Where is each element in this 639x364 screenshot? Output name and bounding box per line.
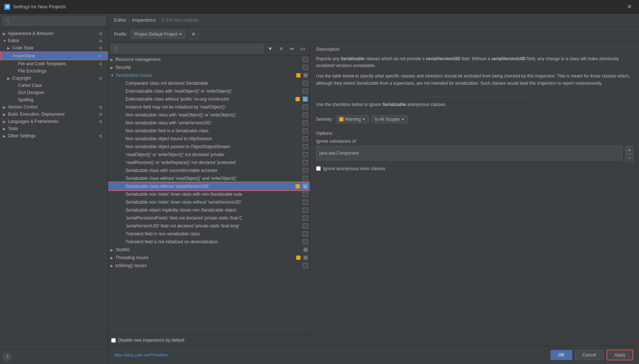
description-panel: Description Reports any Serializable cla… — [310, 42, 639, 346]
inspection-search-input[interactable] — [111, 44, 264, 53]
expand-arrow: ▶ — [7, 76, 12, 80]
httpsession-checkbox[interactable] — [303, 136, 308, 141]
tostring-checkbox[interactable] — [303, 263, 308, 268]
nonstatic-uid-checkbox[interactable] — [303, 200, 308, 205]
sidebar-item-camel-case[interactable]: Camel Case — [0, 82, 108, 89]
sidebar-item-spelling[interactable]: Spelling — [0, 96, 108, 103]
inspection-list-panel: ▼ ≡ ⇌ ▭ ▶ Resource management — [108, 42, 310, 346]
uid-decl-checkbox[interactable] — [303, 223, 308, 228]
sidebar-item-version-control[interactable]: ▶ Version Control ⧉ — [0, 103, 108, 111]
inspection-item-nonserial-field[interactable]: Non-serializable field in a Serializable… — [108, 127, 310, 135]
sidebar-item-inspections[interactable]: Inspections ⧉ — [0, 52, 108, 60]
inspection-item-externalizable2[interactable]: Externalizable class without 'public' no… — [108, 95, 310, 103]
comparator-checkbox[interactable] — [303, 81, 308, 86]
inspection-tree: ▶ Resource management ▶ Security ▼ — [108, 56, 310, 334]
no-readobj-checkbox[interactable] — [303, 176, 308, 181]
filter-button[interactable]: ▼ — [266, 44, 275, 53]
close-button[interactable]: ✕ — [624, 2, 635, 12]
sidebar-item-appearance[interactable]: ▶ Appearance & Behavior ⧉ — [0, 30, 108, 37]
persistent-checkbox[interactable] — [303, 216, 308, 221]
disable-new-inspections-checkbox[interactable] — [111, 338, 116, 343]
externalizable1-checkbox[interactable] — [303, 89, 308, 94]
inspection-item-nonstatic-outer[interactable]: Serializable non-'static' inner class wi… — [108, 190, 310, 198]
sidebar-item-languages[interactable]: ▶ Languages & Frameworks ⧉ — [0, 118, 108, 125]
inspection-group-resource[interactable]: ▶ Resource management — [108, 56, 310, 63]
expand-arrow: ▶ — [3, 112, 8, 116]
inspection-item-uid-decl[interactable]: 'serialVersionUID' field not declared 'p… — [108, 222, 310, 230]
expand-all-button[interactable]: ≡ — [277, 44, 285, 53]
inspection-item-nonserial2[interactable]: Non-serializable class with 'serialVersi… — [108, 119, 310, 127]
unconstructable-checkbox[interactable] — [303, 168, 308, 173]
nonserial1-checkbox[interactable] — [303, 112, 308, 117]
profile-dropdown[interactable]: Project Default Project ▼ — [131, 30, 185, 39]
ignore-anon-checkbox[interactable] — [316, 166, 321, 171]
nonserial-field-checkbox[interactable] — [303, 128, 308, 133]
inspection-item-readobj-private[interactable]: 'readObject()' or 'writeObject()' not de… — [108, 151, 310, 159]
sidebar-item-copyright[interactable]: ▶ Copyright ⧉ — [0, 75, 108, 82]
implicit-checkbox[interactable] — [303, 208, 308, 213]
cancel-button[interactable]: Cancel — [575, 350, 604, 360]
externalizable2-checkbox[interactable] — [303, 97, 308, 102]
gear-button[interactable]: ⚙ — [189, 30, 198, 39]
settings-sidebar: ▶ Appearance & Behavior ⧉ ▼ Editor ⧉ ▶ C… — [0, 14, 108, 364]
objectoutput-checkbox[interactable] — [303, 144, 308, 149]
inspection-item-no-readobj[interactable]: Serializable class without 'readObject()… — [108, 174, 310, 182]
inspection-item-instance-field[interactable]: Instance field may not be initialized by… — [108, 103, 310, 111]
inspection-item-comparator[interactable]: Comparator class not declared Serializab… — [108, 79, 310, 87]
sidebar-item-tools[interactable]: ▶ Tools — [0, 125, 108, 132]
inspection-group-security[interactable]: ▶ Security — [108, 63, 310, 71]
nonserial2-checkbox[interactable] — [303, 120, 308, 125]
inspection-item-objectoutput[interactable]: Non-serializable object passed to Object… — [108, 143, 310, 151]
no-uid-checkbox[interactable] — [303, 184, 308, 189]
inspection-item-no-uid[interactable]: Serializable class without 'serialVersio… — [108, 182, 310, 190]
inspection-item-transient2[interactable]: Transient field is not initialized on de… — [108, 238, 310, 246]
description-text3: Use the checkbox below to ignore Seriali… — [316, 101, 633, 108]
sidebar-search-input[interactable] — [3, 17, 105, 25]
inspection-item-externalizable1[interactable]: Externalizable class with 'readObject()'… — [108, 87, 310, 95]
severity-dropdown[interactable]: Warning ▼ — [336, 115, 369, 123]
help-button[interactable]: ? — [3, 352, 12, 361]
inspection-item-persistent[interactable]: 'serialPersistentFields' field not decla… — [108, 214, 310, 222]
apply-button[interactable]: Apply — [607, 350, 633, 360]
ok-button[interactable]: OK — [551, 350, 572, 360]
chevron-down-icon: ▼ — [362, 117, 366, 121]
readresolve-checkbox[interactable] — [303, 160, 308, 165]
collapse-all-button[interactable]: ⇌ — [288, 44, 296, 53]
transient1-checkbox[interactable] — [303, 231, 308, 236]
sidebar-item-build[interactable]: ▶ Build, Execution, Deployment ⧉ — [0, 111, 108, 118]
divider: . . . . . . . . . . . . . . . . . . . . … — [316, 93, 633, 98]
inspection-item-unconstructable[interactable]: Serializable class with unconstructable … — [108, 167, 310, 174]
sidebar-item-editor[interactable]: ▼ Editor ⧉ — [0, 37, 108, 44]
sidebar-item-file-code-templates[interactable]: File and Code Templates ⧉ — [0, 60, 108, 67]
component-input: java.awt.Component — [316, 146, 622, 160]
profile-value: Project Default Project — [134, 32, 177, 37]
inspection-item-implicit[interactable]: Serializable object implicitly stores no… — [108, 206, 310, 214]
inspection-item-httpsession[interactable]: Non-serializable object bound to HttpSes… — [108, 135, 310, 143]
resource-checkbox[interactable] — [303, 57, 308, 62]
expand-arrow: ▶ — [3, 134, 8, 138]
inspection-group-testng[interactable]: ▶ TestNG − — [108, 246, 310, 254]
sidebar-item-code-style[interactable]: ▶ Code Style ⧉ — [0, 44, 108, 52]
inspection-group-serialization[interactable]: ▼ Serialization issues − — [108, 71, 310, 79]
title-bar: ⚙ Settings for New Projects ✕ — [0, 0, 639, 14]
add-component-button[interactable]: + — [625, 146, 633, 154]
instance-field-checkbox[interactable] — [303, 105, 308, 110]
nonstatic-outer-checkbox[interactable] — [303, 192, 308, 197]
security-checkbox[interactable] — [303, 65, 308, 70]
copy-icon: ⧉ — [99, 54, 104, 58]
layout-button[interactable]: ▭ — [298, 44, 307, 53]
inspection-item-readresolve[interactable]: 'readResolve()' or 'writeReplace()' not … — [108, 159, 310, 167]
sidebar-item-other-settings[interactable]: ▶ Other Settings ⧉ — [0, 132, 108, 139]
remove-component-button[interactable]: − — [625, 154, 633, 162]
scope-dropdown[interactable]: In All Scopes ▼ — [372, 115, 408, 123]
inspection-group-threading[interactable]: ▶ Threading issues − — [108, 254, 310, 262]
inspection-item-transient1[interactable]: Transient field in non-serializable clas… — [108, 230, 310, 238]
expand-arrow: ▼ — [3, 39, 8, 43]
transient2-checkbox[interactable] — [303, 239, 308, 244]
inspection-group-tostring[interactable]: ▶ toString() issues — [108, 262, 310, 270]
readobj-private-checkbox[interactable] — [303, 152, 308, 157]
inspection-item-nonserial1[interactable]: Non-serializable class with 'readObject(… — [108, 111, 310, 119]
sidebar-item-gui-designer[interactable]: GUI Designer — [0, 89, 108, 96]
inspection-item-nonstatic-uid[interactable]: Serializable non-'static' inner class wi… — [108, 198, 310, 206]
sidebar-item-file-encodings[interactable]: File Encodings — [0, 67, 108, 75]
